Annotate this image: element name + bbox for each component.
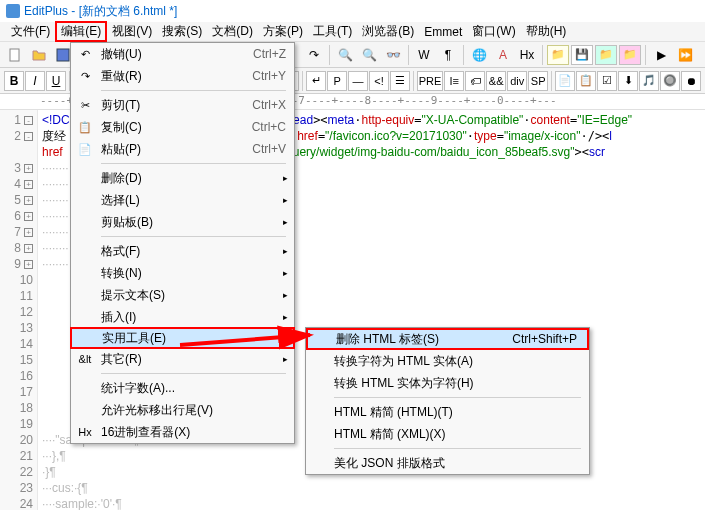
submenu-to-entity[interactable]: 转换字符为 HTML 实体(A) (306, 350, 589, 372)
b10[interactable]: 🌐 (468, 44, 490, 66)
tb-l[interactable]: P (327, 71, 347, 91)
b5[interactable]: 🔍 (334, 44, 356, 66)
tb-y[interactable]: ⬇ (618, 71, 638, 91)
tb-v[interactable]: 📄 (555, 71, 575, 91)
menu-clipboard[interactable]: 剪贴板(B)▸ (71, 211, 294, 233)
tb-q[interactable]: I≡ (444, 71, 464, 91)
submenu-strip-html[interactable]: 删除 HTML 标签(S)Ctrl+Shift+P (306, 328, 589, 350)
bold-button[interactable]: B (4, 71, 24, 91)
b13[interactable]: 📁 (547, 45, 569, 65)
tb-z1[interactable]: 🔘 (660, 71, 680, 91)
gutter: 1- 2- 3+ 4+ 5+ 6+ 7+ 8+ 9+ 10 11 12 13 1… (0, 110, 38, 510)
menu-hex[interactable]: Hx16进制查看器(X) (71, 421, 294, 443)
svg-rect-0 (10, 49, 19, 61)
menu-stats[interactable]: 统计字数(A)... (71, 377, 294, 399)
menu-cursor[interactable]: 允许光标移出行尾(V) (71, 399, 294, 421)
menu-redo[interactable]: ↷重做(R)Ctrl+Y (71, 65, 294, 87)
b16[interactable]: 📁 (619, 45, 641, 65)
b12[interactable]: Hx (516, 44, 538, 66)
submenu-json[interactable]: 美化 JSON 排版格式 (306, 452, 589, 474)
menu-undo[interactable]: ↶撤销(U)Ctrl+Z (71, 43, 294, 65)
new-button[interactable] (4, 44, 26, 66)
tb-r[interactable]: 🏷 (465, 71, 485, 91)
open-button[interactable] (28, 44, 50, 66)
tb-t[interactable]: div (507, 71, 527, 91)
menu-paste[interactable]: 📄粘贴(P)Ctrl+V (71, 138, 294, 160)
menu-window[interactable]: 窗口(W) (467, 21, 520, 42)
menu-view[interactable]: 视图(V) (107, 21, 157, 42)
menu-edit[interactable]: 编辑(E) (55, 21, 107, 42)
svg-rect-1 (57, 49, 69, 61)
menu-extract[interactable]: 提示文本(S)▸ (71, 284, 294, 306)
tb-z[interactable]: 🎵 (639, 71, 659, 91)
tb-w[interactable]: 📋 (576, 71, 596, 91)
b11[interactable]: A (492, 44, 514, 66)
tb-x[interactable]: ☑ (597, 71, 617, 91)
menu-format[interactable]: 格式(F)▸ (71, 240, 294, 262)
b6[interactable]: 🔍 (358, 44, 380, 66)
tb-p[interactable]: PRE (417, 71, 443, 91)
b9[interactable]: ¶ (437, 44, 459, 66)
menu-select[interactable]: 选择(L)▸ (71, 189, 294, 211)
menu-copy[interactable]: 📋复制(C)Ctrl+C (71, 116, 294, 138)
menu-file[interactable]: 文件(F) (6, 21, 55, 42)
edit-menu-dropdown: ↶撤销(U)Ctrl+Z ↷重做(R)Ctrl+Y ✂剪切(T)Ctrl+X 📋… (70, 42, 295, 444)
underline-button[interactable]: U (46, 71, 66, 91)
menu-search[interactable]: 搜索(S) (157, 21, 207, 42)
menu-emmet[interactable]: Emmet (419, 23, 467, 41)
menu-doc[interactable]: 文档(D) (207, 21, 258, 42)
tb-u[interactable]: SP (528, 71, 548, 91)
b8[interactable]: W (413, 44, 435, 66)
tb-k[interactable]: ↵ (306, 71, 326, 91)
b18[interactable]: ⏩ (674, 44, 696, 66)
menu-insert[interactable]: 插入(I)▸ (71, 306, 294, 328)
b17[interactable]: ▶ (650, 44, 672, 66)
redo-button[interactable]: ↷ (303, 44, 325, 66)
menubar: 文件(F) 编辑(E) 视图(V) 搜索(S) 文档(D) 方案(P) 工具(T… (0, 22, 705, 42)
italic-button[interactable]: I (25, 71, 45, 91)
tb-s[interactable]: && (486, 71, 506, 91)
submenu-min-xml[interactable]: HTML 精简 (XML)(X) (306, 423, 589, 445)
menu-help[interactable]: 帮助(H) (521, 21, 572, 42)
menu-browser[interactable]: 浏览器(B) (357, 21, 419, 42)
menu-other[interactable]: &lt其它(R)▸ (71, 348, 294, 370)
title-text: EditPlus - [新的文档 6.html *] (24, 3, 177, 20)
menu-convert[interactable]: 转换(N)▸ (71, 262, 294, 284)
menu-util[interactable]: 实用工具(E)▸ (70, 327, 295, 349)
submenu-min-html[interactable]: HTML 精简 (HTML)(T) (306, 401, 589, 423)
tb-o[interactable]: ☰ (390, 71, 410, 91)
tb-z2[interactable]: ⏺ (681, 71, 701, 91)
util-submenu: 删除 HTML 标签(S)Ctrl+Shift+P 转换字符为 HTML 实体(… (305, 327, 590, 475)
menu-tools[interactable]: 工具(T) (308, 21, 357, 42)
menu-delete[interactable]: 删除(D)▸ (71, 167, 294, 189)
submenu-from-entity[interactable]: 转换 HTML 实体为字符(H) (306, 372, 589, 394)
titlebar: EditPlus - [新的文档 6.html *] (0, 0, 705, 22)
app-icon (6, 4, 20, 18)
b7[interactable]: 👓 (382, 44, 404, 66)
tb-n[interactable]: <! (369, 71, 389, 91)
menu-cut[interactable]: ✂剪切(T)Ctrl+X (71, 94, 294, 116)
tb-m[interactable]: — (348, 71, 368, 91)
menu-project[interactable]: 方案(P) (258, 21, 308, 42)
b15[interactable]: 📁 (595, 45, 617, 65)
b14[interactable]: 💾 (571, 45, 593, 65)
